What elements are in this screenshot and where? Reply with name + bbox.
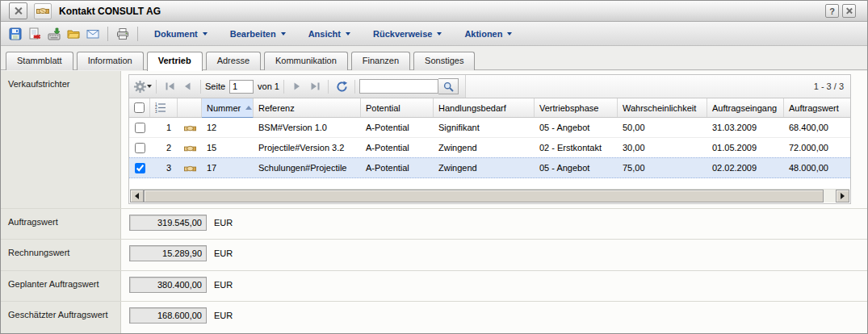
form-content: Verkaufstrichter bbox=[1, 71, 867, 333]
help-button[interactable]: ? bbox=[825, 4, 839, 18]
column-header-nummer[interactable]: Nummer bbox=[202, 98, 254, 118]
print-button[interactable] bbox=[113, 24, 132, 44]
keyboard-entry-button[interactable] bbox=[44, 24, 64, 44]
column-header-auftragswert[interactable]: Auftragswert bbox=[784, 98, 850, 117]
save-icon bbox=[9, 27, 22, 40]
menu-dokument[interactable]: Dokument bbox=[143, 24, 219, 44]
row-checkbox[interactable] bbox=[135, 143, 145, 153]
open-folder-button[interactable] bbox=[64, 24, 83, 44]
search-icon bbox=[443, 81, 454, 92]
scroll-left-button[interactable] bbox=[130, 190, 144, 202]
numbered-list-icon: 123 bbox=[155, 102, 166, 113]
geplanter-auftragswert-input[interactable] bbox=[129, 277, 207, 293]
grid-settings-button[interactable] bbox=[134, 77, 152, 95]
opportunity-icon-cell bbox=[178, 158, 202, 177]
grid-toolbar: Seite von 1 bbox=[129, 75, 850, 98]
rechnungswert-input[interactable] bbox=[129, 245, 207, 261]
table-row-selected[interactable]: 3 17 Schulungen#Projectile A-Potential Z… bbox=[129, 157, 850, 178]
record-range-label: 1 - 3 / 3 bbox=[465, 75, 850, 98]
page-number-input[interactable] bbox=[229, 80, 254, 94]
tab-sonstiges[interactable]: Sonstiges bbox=[413, 52, 475, 70]
close-window-button[interactable] bbox=[842, 4, 856, 18]
tab-adresse[interactable]: Adresse bbox=[206, 52, 261, 70]
tab-kommunikation[interactable]: Kommunikation bbox=[264, 52, 348, 70]
geplanter-auftragswert-row: Geplanter Auftragswert EUR bbox=[1, 271, 867, 302]
table-row[interactable]: 2 15 Projectile#Version 3.2 A-Potential … bbox=[129, 138, 850, 158]
row-menu-header[interactable]: 123 bbox=[150, 98, 178, 117]
table-row[interactable]: 1 12 BSM#Version 1.0 A-Potential Signifi… bbox=[129, 118, 850, 138]
last-page-icon bbox=[311, 82, 320, 90]
tab-finanzen[interactable]: Finanzen bbox=[351, 52, 410, 70]
auftragswert-row: Auftragswert EUR bbox=[1, 209, 867, 240]
icon-column-header[interactable] bbox=[178, 98, 202, 117]
currency-label: EUR bbox=[214, 215, 233, 228]
menu-rueckverweise[interactable]: Rückverweise bbox=[362, 24, 453, 44]
toolbar-separator bbox=[107, 27, 108, 41]
tab-vertrieb[interactable]: Vertrieb bbox=[147, 52, 203, 71]
currency-label: EUR bbox=[214, 277, 233, 290]
grid-header: 123 Nummer Referenz Potential Handlungsb… bbox=[129, 98, 850, 118]
scroll-right-button[interactable] bbox=[836, 190, 849, 202]
keyboard-icon bbox=[48, 27, 61, 40]
mail-icon bbox=[86, 27, 99, 40]
tab-information[interactable]: Information bbox=[77, 52, 144, 70]
chevron-down-icon bbox=[281, 32, 286, 35]
folder-icon bbox=[67, 27, 80, 40]
column-header-handlungsbedarf[interactable]: Handlungsbedarf bbox=[434, 98, 535, 117]
delete-button[interactable] bbox=[25, 24, 44, 44]
select-all-checkbox-cell bbox=[129, 98, 150, 117]
svg-text:3: 3 bbox=[155, 110, 157, 113]
refresh-icon bbox=[336, 81, 348, 93]
row-checkbox[interactable] bbox=[135, 123, 145, 133]
page-title: Kontakt CONSULT AG bbox=[59, 6, 825, 17]
chevron-down-icon bbox=[346, 32, 350, 35]
contact-icon-button[interactable] bbox=[34, 3, 52, 19]
arrow-left-icon bbox=[135, 193, 139, 199]
toolbar-separator bbox=[283, 80, 284, 94]
menu-aktionen[interactable]: Aktionen bbox=[453, 24, 523, 44]
grid-empty-area bbox=[129, 178, 850, 189]
tab-stammblatt[interactable]: Stammblatt bbox=[6, 52, 73, 70]
handshake-icon bbox=[184, 142, 196, 154]
column-header-auftragseingang[interactable]: Auftragseingang bbox=[707, 98, 784, 117]
handshake-icon bbox=[184, 122, 196, 134]
printer-icon bbox=[116, 27, 129, 40]
column-header-potential[interactable]: Potential bbox=[361, 98, 434, 117]
scrollbar-thumb[interactable] bbox=[144, 190, 824, 202]
save-button[interactable] bbox=[6, 24, 25, 44]
toolbar-separator bbox=[156, 80, 157, 94]
rechnungswert-row: Rechnungswert EUR bbox=[1, 240, 867, 271]
verkaufstrichter-grid-panel: Seite von 1 bbox=[128, 74, 851, 204]
opportunity-icon-cell bbox=[178, 138, 202, 157]
horizontal-scrollbar[interactable] bbox=[130, 189, 849, 202]
first-page-button[interactable] bbox=[161, 77, 178, 95]
field-label: Rechnungswert bbox=[1, 240, 121, 270]
last-page-button[interactable] bbox=[306, 77, 324, 95]
auftragswert-input[interactable] bbox=[129, 215, 207, 231]
geschaetzter-auftragswert-input[interactable] bbox=[129, 307, 207, 324]
select-all-checkbox[interactable] bbox=[134, 102, 145, 113]
search-button[interactable] bbox=[438, 78, 459, 94]
menu-ansicht[interactable]: Ansicht bbox=[297, 24, 362, 44]
opportunity-icon-cell bbox=[178, 118, 202, 137]
row-checkbox[interactable] bbox=[135, 163, 145, 173]
prev-page-button[interactable] bbox=[178, 77, 196, 95]
close-record-button[interactable] bbox=[9, 2, 27, 19]
row-number: 3 bbox=[150, 158, 178, 177]
next-page-button[interactable] bbox=[288, 77, 306, 95]
column-header-vertriebsphase[interactable]: Vertriebsphase bbox=[535, 98, 618, 117]
delete-icon bbox=[28, 27, 41, 40]
field-label: Auftragswert bbox=[1, 209, 121, 239]
toolbar-separator bbox=[137, 27, 138, 41]
titlebar: Kontakt CONSULT AG ? bbox=[1, 1, 867, 22]
refresh-button[interactable] bbox=[333, 77, 350, 95]
chevron-down-icon bbox=[203, 32, 208, 35]
mail-button[interactable] bbox=[83, 24, 103, 44]
menu-bearbeiten[interactable]: Bearbeiten bbox=[219, 24, 297, 44]
currency-label: EUR bbox=[214, 307, 233, 320]
column-header-referenz[interactable]: Referenz bbox=[254, 98, 361, 117]
field-label: Geplanter Auftragswert bbox=[1, 271, 121, 301]
grid-search-input[interactable] bbox=[359, 79, 438, 94]
column-header-wahrscheinlichkeit[interactable]: Wahrscheinlichkeit bbox=[618, 98, 707, 117]
chevron-down-icon bbox=[507, 32, 512, 35]
